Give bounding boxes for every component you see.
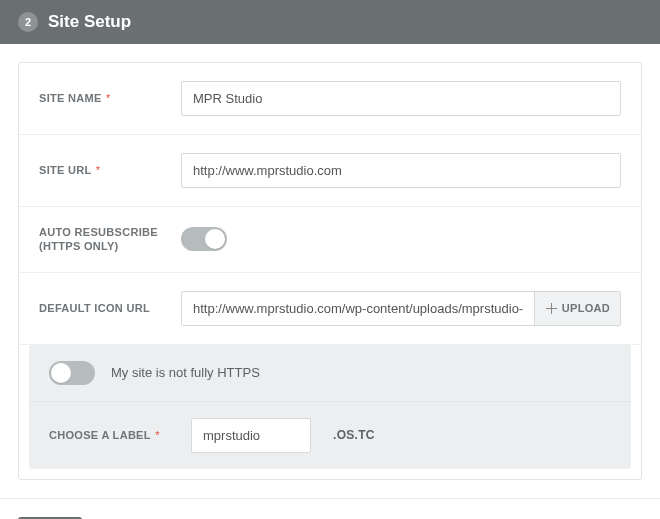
auto-resubscribe-label: AUTO RESUBSCRIBE (HTTPS ONLY): [39, 225, 169, 254]
label-text: SITE URL: [39, 164, 92, 176]
step-badge: 2: [18, 12, 38, 32]
https-subpanel: My site is not fully HTTPS CHOOSE A LABE…: [29, 345, 631, 469]
section-title: Site Setup: [48, 12, 131, 32]
label-text: SITE NAME: [39, 92, 102, 104]
site-url-label: SITE URL *: [39, 163, 169, 177]
site-name-label: SITE NAME *: [39, 91, 169, 105]
upload-button[interactable]: UPLOAD: [534, 292, 620, 325]
https-toggle-text: My site is not fully HTTPS: [111, 365, 260, 380]
site-name-input[interactable]: [181, 81, 621, 116]
plus-icon: [545, 302, 558, 315]
upload-label: UPLOAD: [562, 302, 610, 314]
row-auto-resubscribe: AUTO RESUBSCRIBE (HTTPS ONLY): [19, 207, 641, 273]
icon-url-input-wrap: UPLOAD: [181, 291, 621, 326]
required-asterisk: *: [103, 92, 111, 104]
https-toggle[interactable]: [49, 361, 95, 385]
row-choose-label: CHOOSE A LABEL * .OS.TC: [29, 401, 631, 469]
label-suffix: .OS.TC: [333, 428, 375, 442]
row-site-name: SITE NAME *: [19, 63, 641, 135]
choose-label-input[interactable]: [191, 418, 311, 453]
toggle-knob: [51, 363, 71, 383]
toggle-knob: [205, 229, 225, 249]
row-site-url: SITE URL *: [19, 135, 641, 207]
default-icon-url-label: DEFAULT ICON URL: [39, 301, 169, 315]
row-default-icon-url: DEFAULT ICON URL UPLOAD: [19, 273, 641, 345]
required-asterisk: *: [93, 164, 101, 176]
site-setup-panel: SITE NAME * SITE URL * AUTO RESUBSCRIBE …: [18, 62, 642, 480]
auto-resubscribe-toggle[interactable]: [181, 227, 227, 251]
section-header: 2 Site Setup: [0, 0, 660, 44]
default-icon-url-input[interactable]: [182, 292, 534, 325]
site-url-input[interactable]: [181, 153, 621, 188]
label-text: CHOOSE A LABEL: [49, 429, 151, 441]
choose-label-label: CHOOSE A LABEL *: [49, 428, 179, 442]
required-asterisk: *: [152, 429, 160, 441]
footer-actions: SAVE CANCEL: [0, 498, 660, 519]
